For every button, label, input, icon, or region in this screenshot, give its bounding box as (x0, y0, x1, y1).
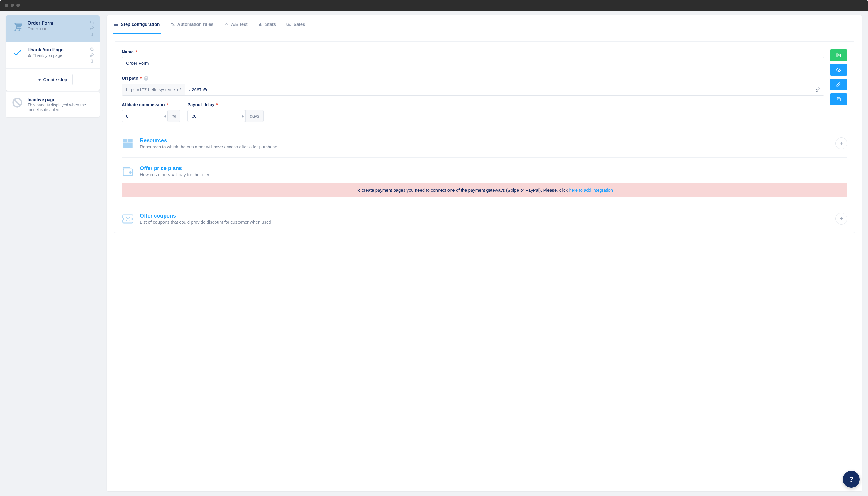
days-unit: days (245, 110, 264, 122)
window-dot (5, 3, 8, 7)
step-subtitle-text: Thank you page (33, 53, 62, 58)
coupons-section: Offer coupons List of coupons that could… (122, 213, 847, 225)
tab-sales[interactable]: Sales (285, 15, 306, 34)
tab-step-configuration[interactable]: Step configuration (113, 15, 161, 34)
warning-icon (28, 53, 32, 58)
save-button[interactable] (830, 49, 847, 61)
link-icon[interactable] (90, 53, 94, 57)
add-coupon-button[interactable]: + (835, 213, 847, 224)
side-actions (830, 49, 847, 122)
step-thank-you[interactable]: Thank You Page Thank you page (6, 42, 100, 68)
commission-input[interactable] (122, 110, 168, 122)
resources-desc: Resources to which the customer will hav… (140, 144, 830, 149)
payout-label: Payout delay* (187, 102, 264, 107)
url-prefix: https://177-hello.systeme.io/ (122, 83, 185, 96)
tab-ab-test[interactable]: A/B test (223, 15, 249, 34)
steps-card: Order Form Order form Thank You Page (6, 15, 100, 91)
config-card: Name* Url path* ? https://177-hello.sy (114, 41, 855, 233)
step-title: Order Form (28, 20, 85, 26)
percent-unit: % (168, 110, 180, 122)
window-dot (16, 3, 20, 7)
coupons-desc: List of coupons that could provide disco… (140, 220, 830, 224)
step-title: Thank You Page (28, 47, 85, 52)
tab-label: Stats (265, 22, 276, 27)
tab-label: A/B test (231, 22, 248, 27)
step-order-form[interactable]: Order Form Order form (6, 15, 100, 42)
eye-icon (836, 67, 841, 73)
link-icon[interactable] (90, 26, 94, 30)
integration-link[interactable]: here to add integration (569, 188, 613, 192)
wand-icon (836, 82, 841, 87)
tab-automation-rules[interactable]: Automation rules (169, 15, 215, 34)
name-input[interactable] (122, 57, 824, 69)
name-label: Name* (122, 49, 824, 54)
tab-label: Sales (294, 22, 305, 27)
main-panel: Step configuration Automation rules A/B … (107, 15, 862, 491)
svg-point-8 (838, 69, 840, 71)
box-icon (122, 138, 134, 150)
payment-gateway-alert: To create payment pages you need to conn… (122, 183, 847, 197)
wallet-icon (122, 165, 134, 177)
svg-rect-0 (91, 22, 93, 24)
resources-title: Resources (140, 138, 830, 144)
url-slug-input[interactable] (185, 83, 811, 96)
trash-icon[interactable] (90, 32, 94, 36)
sidebar: Order Form Order form Thank You Page (6, 15, 100, 491)
cart-icon (12, 20, 23, 32)
step-subtitle: Order form (28, 26, 85, 31)
inactive-title: Inactive page (28, 97, 94, 102)
inactive-page-card[interactable]: Inactive page This page is displayed whe… (6, 92, 100, 117)
money-icon (286, 22, 291, 27)
svg-rect-6 (287, 23, 291, 26)
window-dot (11, 3, 14, 7)
coupon-icon (122, 213, 134, 225)
tabs: Step configuration Automation rules A/B … (107, 15, 862, 34)
link-icon (815, 87, 820, 92)
resources-section: Resources Resources to which the custome… (122, 138, 847, 150)
number-stepper[interactable]: ▴▾ (242, 114, 244, 118)
coupons-title: Offer coupons (140, 213, 830, 219)
url-label: Url path* ? (122, 76, 824, 81)
svg-point-4 (171, 23, 172, 24)
tab-label: Step configuration (121, 22, 160, 27)
window-chrome (0, 0, 868, 11)
copy-icon (836, 96, 841, 102)
commission-label: Affiliate commission* (122, 102, 180, 107)
plans-title: Offer price plans (140, 165, 847, 171)
help-icon[interactable]: ? (144, 76, 149, 81)
inactive-desc: This page is displayed when the funnel i… (28, 103, 94, 112)
add-resource-button[interactable]: + (835, 138, 847, 149)
svg-point-5 (173, 24, 174, 26)
check-icon (12, 47, 23, 58)
tab-label: Automation rules (177, 22, 214, 27)
svg-rect-1 (91, 49, 93, 50)
alert-text: To create payment pages you need to conn… (356, 188, 569, 192)
preview-button[interactable] (830, 64, 847, 76)
svg-point-11 (129, 172, 131, 173)
copy-icon[interactable] (90, 47, 94, 51)
copy-icon[interactable] (90, 20, 94, 25)
svg-point-7 (288, 24, 290, 25)
gears-icon (170, 22, 175, 27)
step-subtitle: Thank you page (28, 53, 85, 58)
plans-desc: How customers will pay for the offer (140, 172, 847, 177)
number-stepper[interactable]: ▴▾ (164, 114, 166, 118)
plus-icon: + (38, 77, 41, 82)
save-icon (836, 52, 841, 58)
split-icon (224, 22, 229, 27)
create-step-button[interactable]: + Create step (33, 74, 73, 85)
help-fab[interactable]: ? (843, 471, 860, 488)
duplicate-button[interactable] (830, 93, 847, 105)
svg-line-3 (15, 100, 20, 106)
divider (122, 157, 847, 158)
list-icon (114, 22, 119, 27)
trash-icon[interactable] (90, 59, 94, 63)
create-step-label: Create step (43, 77, 67, 82)
disabled-icon (12, 97, 23, 108)
svg-rect-9 (838, 98, 840, 101)
divider (122, 129, 847, 130)
edit-button[interactable] (830, 79, 847, 90)
copy-url-button[interactable] (811, 83, 824, 96)
payout-input[interactable] (187, 110, 245, 122)
tab-stats[interactable]: Stats (257, 15, 277, 34)
